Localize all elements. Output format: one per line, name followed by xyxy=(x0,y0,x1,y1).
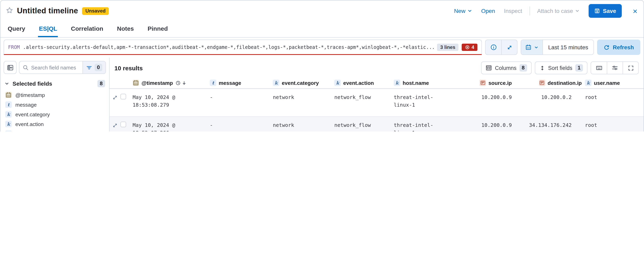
unsaved-badge: Unsaved xyxy=(82,7,109,15)
selected-fields-header[interactable]: Selected fields 8 xyxy=(4,80,106,87)
lines-badge[interactable]: 3 lines xyxy=(437,43,459,51)
field-name: @timestamp xyxy=(15,92,45,98)
column-label: source.ip xyxy=(488,80,512,86)
tab[interactable]: ES|QL xyxy=(38,21,58,37)
field-type-icon: k xyxy=(5,111,12,118)
column-header[interactable]: k event.action xyxy=(334,80,394,86)
cell-user-name[interactable]: root xyxy=(582,89,644,116)
esql-query-bar: FROM .alerts-security.alerts-default,apm… xyxy=(0,37,644,58)
row-controls xyxy=(110,89,132,116)
display-options-button[interactable] xyxy=(607,62,622,74)
field-type-icon: t xyxy=(210,80,216,86)
timeline-header: Untitled timeline Unsaved New Open Inspe… xyxy=(0,0,644,21)
column-header[interactable]: k host.name xyxy=(394,80,470,86)
column-label: event.action xyxy=(343,80,374,86)
editor-expand-button[interactable] xyxy=(501,40,517,54)
column-header[interactable]: k user.name xyxy=(582,80,644,86)
time-range-value[interactable]: Last 15 minutes xyxy=(543,40,594,54)
cell-event-category[interactable]: network xyxy=(273,89,334,116)
column-header[interactable]: IP source.ip xyxy=(470,80,514,86)
grid-header-controls-spacer xyxy=(110,80,132,85)
attach-to-case-button[interactable]: Attach to case xyxy=(537,8,580,14)
fullscreen-button[interactable] xyxy=(622,62,638,74)
field-type-icon: IP xyxy=(480,80,486,86)
open-button[interactable]: Open xyxy=(481,8,495,14)
column-header[interactable]: k event.category xyxy=(273,80,334,86)
refresh-button[interactable]: Refresh xyxy=(597,40,640,55)
column-label: @timestamp xyxy=(142,80,173,86)
cell-host-name[interactable]: threat-intel-linux-1 xyxy=(394,117,470,131)
field-name: message xyxy=(15,102,37,108)
editor-info-button[interactable] xyxy=(486,40,501,54)
field-filter-button[interactable]: 0 xyxy=(82,61,106,73)
cell-host-name[interactable]: threat-intel-linux-1 xyxy=(394,89,470,116)
refresh-icon xyxy=(604,44,610,50)
cell-source-ip[interactable]: 10.200.0.9 xyxy=(470,117,514,131)
field-type-icon: k xyxy=(5,121,12,127)
sort-icon xyxy=(539,65,545,71)
favorite-star-icon[interactable] xyxy=(6,7,13,15)
column-header[interactable]: IP destination.ip xyxy=(514,80,582,86)
cell-timestamp[interactable]: May 10, 2024 @18:53:08.279 xyxy=(132,89,210,116)
save-button[interactable]: Save xyxy=(589,4,622,18)
field-type-icon: k xyxy=(394,80,400,86)
field-list-item[interactable]: t message xyxy=(4,100,106,109)
calendar-icon xyxy=(5,92,12,98)
sort-descending-icon xyxy=(181,80,186,85)
tab[interactable]: Query xyxy=(7,21,26,37)
results-count: 10 results xyxy=(114,64,143,71)
calendar-dropdown-button[interactable] xyxy=(521,40,543,54)
new-button[interactable]: New xyxy=(454,8,472,14)
expand-event-icon[interactable] xyxy=(112,94,118,116)
row-checkbox[interactable] xyxy=(120,94,126,99)
column-header[interactable]: @timestamp xyxy=(132,80,210,86)
calendar-icon xyxy=(525,44,532,50)
cell-message[interactable]: - xyxy=(210,89,273,116)
field-name: event.category xyxy=(15,111,50,117)
cell-message[interactable]: - xyxy=(210,117,273,131)
expand-event-icon[interactable] xyxy=(112,122,118,131)
columns-button[interactable]: Columns 8 xyxy=(481,61,532,74)
sliders-icon xyxy=(612,65,618,71)
tab[interactable]: Correlation xyxy=(70,21,104,37)
timeline-tabs: QueryES|QLCorrelationNotesPinned xyxy=(0,21,644,37)
field-list-item[interactable]: @timestamp xyxy=(4,90,106,100)
esql-editor[interactable]: FROM .alerts-security.alerts-default,apm… xyxy=(4,40,482,55)
tab[interactable]: Pinned xyxy=(147,21,168,37)
info-icon xyxy=(490,44,497,50)
cell-user-name[interactable]: root xyxy=(582,117,644,131)
filter-count-badge: 0 xyxy=(94,64,102,71)
cell-destination-ip[interactable]: 34.134.176.242 xyxy=(514,117,582,131)
cell-event-action[interactable]: network_flow xyxy=(334,117,394,131)
search-input[interactable] xyxy=(30,64,82,71)
sort-count-badge: 1 xyxy=(575,64,583,71)
fields-sidebar: 0 Selected fields 8 @timestamp t xyxy=(0,58,110,131)
tab[interactable]: Notes xyxy=(116,21,134,37)
cell-event-category[interactable]: network xyxy=(273,117,334,131)
field-list-item[interactable]: k event.category xyxy=(4,109,106,119)
field-type-icon: k xyxy=(273,80,279,86)
sort-fields-button[interactable]: Sort fields 1 xyxy=(535,61,588,74)
divider xyxy=(530,6,530,15)
table-row: May 10, 2024 @18:53:07.266 - network net… xyxy=(110,117,644,131)
header-actions: New Open Inspect Attach to case Save xyxy=(454,4,638,18)
cell-source-ip[interactable]: 10.200.0.9 xyxy=(470,89,514,116)
collapse-sidebar-button[interactable] xyxy=(4,61,16,74)
error-icon xyxy=(465,45,470,49)
table-row: May 10, 2024 @18:53:08.279 - network net… xyxy=(110,89,644,117)
error-count-badge[interactable]: 4 xyxy=(462,43,478,51)
row-checkbox[interactable] xyxy=(120,122,126,127)
cell-timestamp[interactable]: May 10, 2024 @18:53:07.266 xyxy=(132,117,210,131)
field-list-item[interactable]: k event.action xyxy=(4,119,106,129)
row-controls xyxy=(110,117,132,131)
collapse-sidebar-icon xyxy=(7,64,14,71)
column-header[interactable]: t message xyxy=(210,80,273,86)
field-name: event.action xyxy=(15,121,44,127)
inspect-button[interactable]: Inspect xyxy=(504,8,522,14)
calendar-icon xyxy=(132,80,139,86)
field-list-item[interactable]: k host.name xyxy=(4,129,106,131)
cell-destination-ip[interactable]: 10.200.0.2 xyxy=(514,89,582,116)
cell-event-action[interactable]: network_flow xyxy=(334,89,394,116)
close-icon[interactable] xyxy=(632,8,638,14)
keyboard-shortcuts-button[interactable] xyxy=(591,62,607,74)
